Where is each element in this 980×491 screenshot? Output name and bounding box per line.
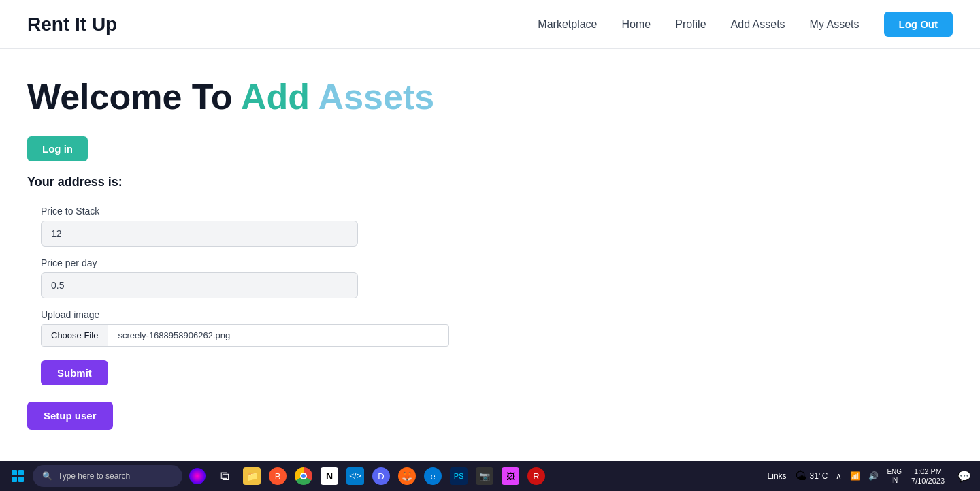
clock-time: 1:02 PM xyxy=(914,466,942,476)
links-label[interactable]: Links xyxy=(765,470,789,482)
upload-image-group: Upload image Choose File screely-1688958… xyxy=(41,309,953,347)
cortana-icon[interactable] xyxy=(185,461,210,491)
price-per-day-input[interactable] xyxy=(41,272,358,298)
vscode-circle: </> xyxy=(346,467,364,485)
nav-profile[interactable]: Profile xyxy=(675,18,706,31)
notion-icon[interactable]: N xyxy=(317,461,342,491)
choose-file-button[interactable]: Choose File xyxy=(42,325,108,346)
weather-widget[interactable]: 🌤 31°C xyxy=(795,469,828,484)
windows-icon xyxy=(12,470,24,482)
upload-image-label: Upload image xyxy=(41,309,953,320)
lang-secondary: IN xyxy=(891,476,898,485)
notification-button[interactable]: 💬 xyxy=(954,464,975,488)
file-explorer-circle: 📁 xyxy=(243,467,261,485)
camera-circle: 📷 xyxy=(476,467,493,485)
terminal-icon[interactable]: PS xyxy=(446,461,471,491)
camera-icon[interactable]: 📷 xyxy=(472,461,497,491)
nav-home[interactable]: Home xyxy=(622,18,651,31)
navbar: Rent It Up Marketplace Home Profile Add … xyxy=(0,0,980,49)
task-view-symbol: ⧉ xyxy=(220,469,229,484)
price-to-stack-input[interactable] xyxy=(41,221,358,247)
vscode-icon[interactable]: </> xyxy=(343,461,368,491)
address-label: Your address is: xyxy=(27,175,953,189)
page-title: Welcome To Add Assets xyxy=(27,76,953,117)
title-prefix: Welcome To xyxy=(27,77,241,116)
main-content: Welcome To Add Assets Log in Your addres… xyxy=(0,49,980,461)
setup-user-button[interactable]: Setup user xyxy=(27,402,113,430)
file-name-display: screely-1688958906262.png xyxy=(108,325,448,346)
weather-icon: 🌤 xyxy=(795,469,807,484)
login-button[interactable]: Log in xyxy=(27,136,88,161)
notification-icon: 💬 xyxy=(958,470,971,483)
clock-date: 7/10/2023 xyxy=(911,476,945,486)
taskbar-search-text: Type here to search xyxy=(58,471,130,481)
task-view-icon[interactable]: ⧉ xyxy=(212,461,237,491)
price-to-stack-group: Price to Stack xyxy=(41,206,953,247)
nav-my-assets[interactable]: My Assets xyxy=(810,18,860,31)
taskbar-pinned-apps: 📁 B N </> D 🦊 e PS 📷 xyxy=(240,461,549,491)
logout-button[interactable]: Log Out xyxy=(884,12,953,37)
discord-circle: D xyxy=(372,467,390,485)
brave-icon[interactable]: B xyxy=(265,461,290,491)
brave-circle: B xyxy=(269,467,287,485)
nav-links: Marketplace Home Profile Add Assets My A… xyxy=(538,12,953,37)
chevron-up-icon[interactable]: ∧ xyxy=(833,470,845,482)
chrome-icon[interactable] xyxy=(291,461,316,491)
add-asset-form: Price to Stack Price per day Upload imag… xyxy=(41,206,953,385)
system-tray: ∧ 📶 🔊 xyxy=(833,470,881,482)
chrome-circle xyxy=(295,467,312,485)
price-to-stack-label: Price to Stack xyxy=(41,206,953,217)
title-add: Add xyxy=(241,77,310,116)
temperature-display: 31°C xyxy=(810,471,828,481)
photos-icon[interactable]: 🖼 xyxy=(498,461,523,491)
firefox-icon[interactable]: 🦊 xyxy=(395,461,419,491)
language-indicator[interactable]: ENG IN xyxy=(887,467,902,485)
start-button[interactable] xyxy=(5,464,30,488)
redapp-icon[interactable]: R xyxy=(524,461,549,491)
nav-marketplace[interactable]: Marketplace xyxy=(538,18,597,31)
brand-logo[interactable]: Rent It Up xyxy=(27,14,117,35)
edge-icon[interactable]: e xyxy=(421,461,445,491)
photos-circle: 🖼 xyxy=(502,467,519,485)
price-per-day-label: Price per day xyxy=(41,257,953,268)
system-clock[interactable]: 1:02 PM 7/10/2023 xyxy=(907,466,949,486)
cortana-circle xyxy=(189,468,206,484)
terminal-circle: PS xyxy=(450,467,468,485)
taskbar-right: Links 🌤 31°C ∧ 📶 🔊 ENG IN 1:02 PM 7/10/2… xyxy=(765,464,975,488)
redapp-circle: R xyxy=(527,467,545,485)
file-explorer-icon[interactable]: 📁 xyxy=(240,461,264,491)
volume-icon[interactable]: 🔊 xyxy=(866,470,881,482)
title-assets: Assets xyxy=(318,77,435,116)
network-icon[interactable]: 📶 xyxy=(847,470,863,482)
price-per-day-group: Price per day xyxy=(41,257,953,298)
edge-circle: e xyxy=(424,467,442,485)
nav-add-assets[interactable]: Add Assets xyxy=(731,18,785,31)
lang-primary: ENG xyxy=(887,467,902,476)
file-upload-container: Choose File screely-1688958906262.png xyxy=(41,324,449,347)
discord-icon[interactable]: D xyxy=(369,461,393,491)
firefox-circle: 🦊 xyxy=(398,467,416,485)
taskbar-search[interactable]: 🔍 Type here to search xyxy=(33,465,182,487)
taskbar: 🔍 Type here to search ⧉ 📁 B N </> D xyxy=(0,461,980,491)
submit-button[interactable]: Submit xyxy=(41,360,108,385)
taskbar-search-icon: 🔍 xyxy=(42,471,52,481)
notion-circle: N xyxy=(321,467,338,485)
